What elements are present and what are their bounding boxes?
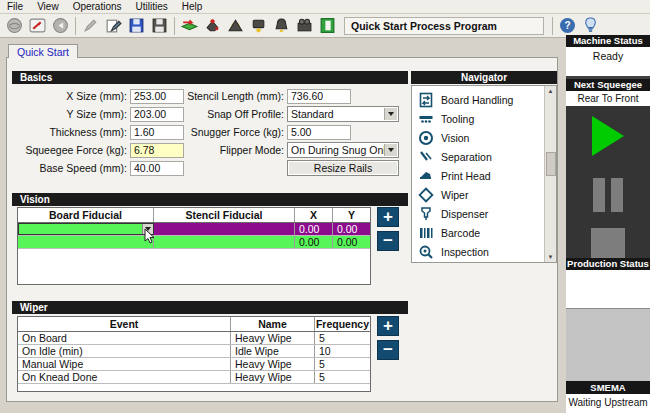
scroll-down-icon[interactable]: ▼	[548, 252, 554, 262]
navigator-scrollbar[interactable]: ▲ ▼	[544, 86, 556, 262]
wiper-col-frequency: Frequency	[315, 317, 370, 331]
menu-view[interactable]: View	[30, 0, 66, 14]
machine-status-header: Machine Status	[566, 35, 650, 47]
save-as-icon[interactable]	[149, 16, 170, 36]
x-size-label: X Size (mm):	[15, 90, 127, 102]
vision-row[interactable]: 0.00 0.00	[18, 236, 370, 249]
nav-item-board-handling[interactable]: Board Handling	[412, 90, 543, 109]
flipper-mode-select[interactable]: On During Snug Only	[287, 142, 399, 158]
new-program-icon[interactable]	[317, 16, 338, 36]
scroll-up-icon[interactable]: ▲	[548, 86, 554, 96]
wiper-row[interactable]: On Idle (min) Idle Wipe 10	[18, 345, 370, 358]
toolbar-separator	[174, 17, 175, 35]
y-size-input[interactable]: 203.00	[130, 107, 184, 122]
next-squeegee-value: Rear To Front	[566, 91, 650, 106]
nav-item-label: Inspection	[441, 246, 489, 258]
toolbar-program-title: Quick Start Process Program	[344, 17, 544, 35]
wiper-add-button[interactable]: +	[377, 316, 399, 336]
nav-item-print-head[interactable]: Print Head	[412, 166, 543, 185]
save-icon[interactable]	[126, 16, 147, 36]
menu-operations[interactable]: Operations	[66, 0, 129, 14]
thickness-input[interactable]: 1.60	[130, 125, 184, 140]
wiper-frequency-cell[interactable]: 5	[315, 358, 370, 370]
stencil-fiducial-cell[interactable]	[154, 236, 295, 248]
nav-item-barcode[interactable]: Barcode	[412, 223, 543, 242]
vision-x-cell[interactable]: 0.00	[295, 236, 333, 248]
machine-status-sidebar: Machine Status Ready Next Squeegee Rear …	[566, 35, 650, 413]
vision-row[interactable]: 0.00 0.00	[18, 223, 370, 236]
vision-y-cell[interactable]: 0.00	[333, 223, 370, 235]
base-speed-input[interactable]: 40.00	[130, 161, 184, 176]
tab-quick-start[interactable]: Quick Start	[8, 44, 78, 58]
paste-icon[interactable]	[202, 16, 223, 36]
nav-item-inspection[interactable]: Inspection	[412, 242, 543, 261]
meter-icon[interactable]	[27, 16, 48, 36]
snap-off-profile-select[interactable]: Standard	[287, 106, 399, 122]
edit-program-icon[interactable]	[103, 16, 124, 36]
resize-rails-button[interactable]: Resize Rails	[287, 160, 399, 176]
network-icon[interactable]	[4, 16, 25, 36]
vision-add-button[interactable]: +	[377, 207, 399, 227]
vision-x-cell[interactable]: 0.00	[295, 223, 333, 235]
nav-item-label: Barcode	[441, 227, 480, 239]
snap-off-profile-value: Standard	[291, 108, 334, 120]
nav-item-wiper[interactable]: Wiper	[412, 185, 543, 204]
menu-file[interactable]: File	[0, 0, 30, 14]
camera-icon[interactable]	[294, 16, 315, 36]
base-speed-label: Base Speed (mm):	[15, 162, 127, 174]
wiper-row[interactable]: On Board Heavy Wipe 5	[18, 332, 370, 345]
wiper-event-cell[interactable]: On Knead Done	[18, 371, 231, 383]
wiper-event-cell[interactable]: On Board	[18, 332, 231, 344]
board-load-icon[interactable]	[179, 16, 200, 36]
wiper-name-cell[interactable]: Heavy Wipe	[231, 358, 315, 370]
back-arrow-icon[interactable]	[50, 16, 71, 36]
tip-bulb-icon[interactable]	[580, 16, 601, 36]
pause-button[interactable]	[593, 178, 623, 212]
wiper-icon	[418, 187, 434, 203]
wiper-row[interactable]: Manual Wipe Heavy Wipe 5	[18, 358, 370, 371]
vision-y-cell[interactable]: 0.00	[333, 236, 370, 248]
navigator-list: Board Handling Tooling Vision Separation…	[411, 85, 557, 263]
stencil-length-input[interactable]: 736.60	[287, 89, 351, 104]
nav-item-label: Dispenser	[441, 208, 488, 220]
wiper-event-cell[interactable]: On Idle (min)	[18, 345, 231, 357]
chevron-down-icon[interactable]	[384, 144, 397, 156]
nav-item-tooling[interactable]: Tooling	[412, 109, 543, 128]
wiper-frequency-cell[interactable]: 5	[315, 332, 370, 344]
wiper-event-cell[interactable]: Manual Wipe	[18, 358, 231, 370]
wiper-remove-button[interactable]: −	[377, 340, 399, 360]
chevron-down-icon[interactable]	[384, 108, 397, 120]
wiper-frequency-cell[interactable]: 5	[315, 371, 370, 383]
nav-item-clipped[interactable]	[412, 261, 543, 263]
alarm-icon[interactable]	[271, 16, 292, 36]
board-handling-icon	[418, 92, 434, 108]
nav-item-dispenser[interactable]: Dispenser	[412, 204, 543, 223]
snugger-force-input[interactable]: 5.00	[287, 125, 351, 140]
print-head-tool-icon[interactable]	[248, 16, 269, 36]
board-fiducial-cell[interactable]	[18, 236, 154, 248]
nav-item-vision[interactable]: Vision	[412, 128, 543, 147]
snap-off-profile-label: Snap Off Profile:	[179, 108, 284, 120]
wiper-row[interactable]: On Knead Done Heavy Wipe 5	[18, 371, 370, 384]
menu-help[interactable]: Help	[175, 0, 210, 14]
wiper-col-name: Name	[231, 317, 315, 331]
menu-utilities[interactable]: Utilities	[129, 0, 175, 14]
play-button[interactable]	[592, 116, 624, 156]
wiper-header-row: Event Name Frequency	[18, 317, 370, 332]
help-icon[interactable]: ?	[557, 16, 578, 36]
stencil-fiducial-cell[interactable]	[154, 223, 295, 235]
wiper-name-cell[interactable]: Heavy Wipe	[231, 332, 315, 344]
nav-item-separation[interactable]: Separation	[412, 147, 543, 166]
toolbar-separator	[552, 17, 553, 35]
x-size-input[interactable]: 253.00	[130, 89, 184, 104]
wiper-name-cell[interactable]: Heavy Wipe	[231, 371, 315, 383]
stop-button[interactable]	[591, 228, 625, 258]
wiper-frequency-cell[interactable]: 10	[315, 345, 370, 357]
board-fiducial-cell[interactable]	[18, 223, 154, 235]
wiper-name-cell[interactable]: Idle Wipe	[231, 345, 315, 357]
squeegee-force-input[interactable]: 6.78	[130, 143, 184, 158]
edit-disabled-icon[interactable]	[80, 16, 101, 36]
scrollbar-thumb[interactable]	[546, 152, 556, 176]
squeegee-icon[interactable]	[225, 16, 246, 36]
vision-remove-button[interactable]: −	[377, 231, 399, 251]
